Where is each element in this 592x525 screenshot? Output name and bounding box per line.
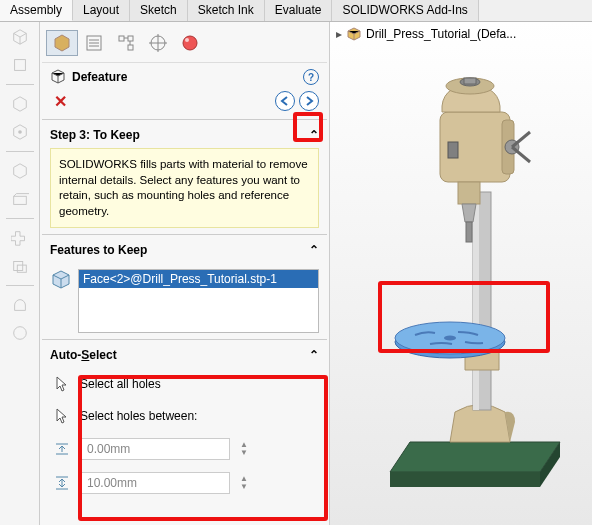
step-description: SOLIDWORKS fills parts with material to … (50, 148, 319, 228)
tool-btn-6[interactable] (6, 188, 34, 210)
svg-rect-26 (473, 192, 479, 410)
tab-assembly[interactable]: Assembly (0, 0, 73, 21)
left-toolbar (0, 22, 40, 525)
command-tabs: Assembly Layout Sketch Sketch Ink Evalua… (0, 0, 592, 22)
step-title: Step 3: To Keep (50, 128, 140, 142)
tab-evaluate[interactable]: Evaluate (265, 0, 333, 21)
separator (6, 285, 34, 286)
svg-rect-33 (458, 182, 480, 204)
chevron-up-icon: ⌃ (309, 243, 319, 257)
svg-rect-10 (119, 36, 124, 41)
step-header[interactable]: Step 3: To Keep ⌃ (50, 126, 319, 148)
max-spinner[interactable]: ▲▼ (240, 475, 248, 491)
svg-point-29 (444, 336, 456, 341)
help-icon[interactable]: ? (303, 69, 319, 85)
opt-label: Select holes between: (80, 409, 197, 423)
tool-btn-5[interactable] (6, 160, 34, 182)
tree-root-label: Drill_Press_Tutorial_(Defa... (366, 27, 516, 41)
close-icon[interactable]: ✕ (54, 92, 67, 111)
tool-btn-3[interactable] (6, 93, 34, 115)
svg-point-16 (183, 36, 197, 50)
next-button[interactable] (299, 91, 319, 111)
dim-max-icon (52, 473, 72, 493)
panel-tab-target[interactable] (142, 30, 174, 56)
panel-tab-appearance[interactable] (174, 30, 206, 56)
section-step: Step 3: To Keep ⌃ SOLIDWORKS fills parts… (42, 120, 327, 235)
svg-marker-22 (390, 442, 560, 472)
svg-rect-40 (448, 142, 458, 158)
section-features: Features to Keep ⌃ Face<2>@Drill_Press_T… (42, 235, 327, 340)
features-title: Features to Keep (50, 243, 147, 257)
svg-point-17 (185, 38, 189, 42)
svg-rect-3 (13, 262, 22, 271)
tool-btn-1[interactable] (6, 26, 34, 48)
features-listbox[interactable]: Face<2>@Drill_Press_Tutorial.stp-1 (78, 269, 319, 333)
panel-tab-list[interactable] (78, 30, 110, 56)
max-input[interactable] (80, 472, 230, 494)
tool-btn-8[interactable] (6, 255, 34, 277)
cursor-icon (52, 406, 72, 426)
cursor-icon (52, 374, 72, 394)
panel-nav: ✕ (42, 87, 327, 120)
svg-rect-34 (466, 222, 472, 242)
graphics-view[interactable]: ▸ Drill_Press_Tutorial_(Defa... (330, 22, 592, 525)
tool-btn-10[interactable] (6, 322, 34, 344)
svg-rect-2 (13, 196, 26, 204)
panel-tab-feature[interactable] (46, 30, 78, 56)
svg-rect-36 (464, 78, 476, 84)
svg-rect-4 (17, 265, 26, 272)
auto-select-title: Auto-Select (50, 348, 117, 362)
property-manager: Defeature ? ✕ Step 3: To Keep ⌃ SOLIDWOR… (40, 22, 330, 525)
tab-sketch[interactable]: Sketch (130, 0, 188, 21)
svg-line-38 (512, 132, 530, 147)
svg-rect-11 (128, 36, 133, 41)
opt-label: Select all holes (80, 377, 161, 391)
panel-tab-tree[interactable] (110, 30, 142, 56)
tool-btn-2[interactable] (6, 54, 34, 76)
tab-addins[interactable]: SOLIDWORKS Add-Ins (332, 0, 478, 21)
panel-title: Defeature (72, 70, 303, 84)
auto-select-header[interactable]: Auto-Select ⌃ (50, 346, 319, 368)
list-item[interactable]: Face<2>@Drill_Press_Tutorial.stp-1 (79, 270, 318, 288)
separator (6, 218, 34, 219)
tool-btn-4[interactable] (6, 121, 34, 143)
prev-button[interactable] (275, 91, 295, 111)
svg-point-1 (18, 130, 22, 134)
svg-line-39 (512, 147, 530, 162)
feature-tree-root[interactable]: ▸ Drill_Press_Tutorial_(Defa... (336, 26, 516, 42)
max-row: ▲▼ (50, 466, 319, 500)
panel-header: Defeature ? (42, 63, 327, 87)
chevron-up-icon: ⌃ (309, 348, 319, 362)
tab-sketch-ink[interactable]: Sketch Ink (188, 0, 265, 21)
min-spinner[interactable]: ▲▼ (240, 441, 248, 457)
model-drill-press (330, 42, 590, 522)
svg-point-5 (13, 327, 26, 340)
svg-rect-0 (14, 60, 25, 71)
panel-tabs (42, 24, 327, 63)
select-holes-between[interactable]: Select holes between: (50, 400, 319, 432)
cube-icon (50, 269, 72, 291)
expand-icon[interactable]: ▸ (336, 27, 342, 41)
assembly-icon (346, 26, 362, 42)
tab-layout[interactable]: Layout (73, 0, 130, 21)
section-auto-select: Auto-Select ⌃ Select all holes Select ho… (42, 340, 327, 523)
min-row: ▲▼ (50, 432, 319, 466)
svg-marker-23 (390, 472, 540, 487)
defeature-icon (50, 69, 66, 85)
tool-btn-7[interactable] (6, 227, 34, 249)
tool-btn-9[interactable] (6, 294, 34, 316)
chevron-up-icon: ⌃ (309, 128, 319, 142)
separator (6, 84, 34, 85)
features-header[interactable]: Features to Keep ⌃ (50, 241, 319, 263)
separator (6, 151, 34, 152)
svg-rect-12 (128, 45, 133, 50)
select-all-holes[interactable]: Select all holes (50, 368, 319, 400)
dim-min-icon (52, 439, 72, 459)
min-input[interactable] (80, 438, 230, 460)
